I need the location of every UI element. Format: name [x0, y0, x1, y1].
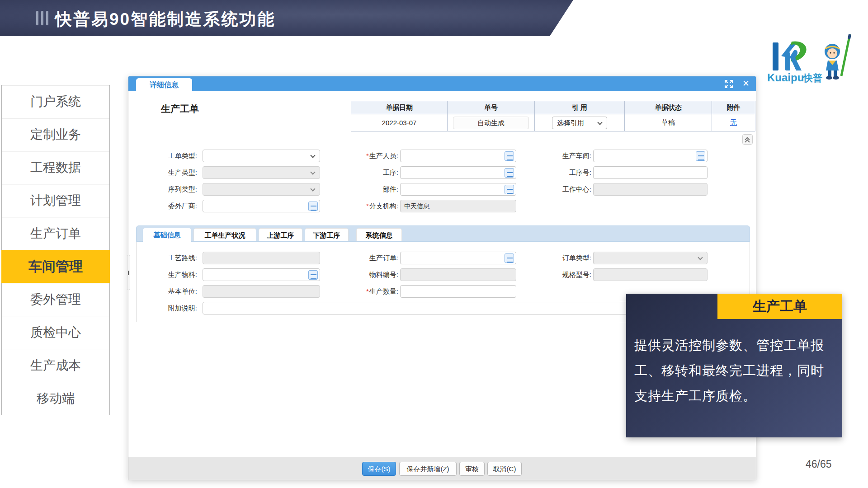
form-title: 生产工单: [161, 103, 199, 115]
sidebar-item-mobile[interactable]: 移动端: [1, 382, 110, 415]
slide-header-band: 快普易90智能制造系统功能: [0, 0, 868, 36]
audit-button[interactable]: 审核: [459, 462, 485, 476]
sidebar-item-workshop-management[interactable]: 车间管理: [1, 250, 110, 283]
tab-work-order-production-status[interactable]: 工单生产状况: [193, 228, 256, 241]
chevron-down-icon: [698, 255, 703, 260]
outsourcing-vendor-input[interactable]: [203, 200, 320, 212]
inner-tab-strip: 基础信息 工单生产状况 上游工序 下游工序 系统信息: [136, 225, 750, 242]
kp-monogram: [773, 41, 807, 70]
slide-title: 快普易90智能制造系统功能: [55, 8, 275, 31]
field-label-production-personnel: *生产人员:: [333, 150, 398, 162]
reference-select[interactable]: 选择引用: [552, 117, 607, 129]
tab-upstream-process[interactable]: 上游工序: [259, 228, 302, 241]
close-icon[interactable]: ✕: [742, 78, 750, 89]
work-center-input: [593, 183, 708, 196]
doc-date-value: 2022-03-07: [382, 119, 417, 127]
doc-col-status: 单据状态: [625, 101, 712, 114]
field-label-component: 部件:: [333, 183, 398, 196]
sidebar-item-plan-management[interactable]: 计划管理: [1, 184, 110, 217]
component-input[interactable]: [400, 183, 516, 196]
title-bars-icon: [36, 11, 48, 25]
field-label-production-qty: *生产数量:: [333, 285, 398, 298]
sidebar-item-portal[interactable]: 门户系统: [1, 85, 110, 118]
production-type-select: [203, 166, 320, 179]
slide-canvas: 快普易90智能制造系统功能 Kuaipu 快普: [0, 0, 868, 488]
chevron-down-icon: [310, 169, 315, 174]
field-label-process-route: 工艺路线:: [132, 252, 197, 264]
logo-text-cn: 快普: [802, 73, 822, 83]
order-type-select: [593, 252, 708, 264]
sidebar-item-quality-center[interactable]: 质检中心: [1, 316, 110, 349]
doc-status-value: 草稿: [661, 118, 675, 127]
dialog-footer: 保存(S) 保存并新增(Z) 审核 取消(C): [128, 457, 756, 480]
reference-select-value: 选择引用: [557, 119, 584, 127]
production-material-input[interactable]: [203, 268, 320, 281]
field-label-material-no: 物料编号:: [333, 268, 398, 281]
doc-table-header-row: 单据日期 单号 引 用 单据状态 附件: [351, 101, 756, 114]
page-number: 46/65: [806, 458, 832, 470]
attachment-link[interactable]: 无: [730, 118, 737, 127]
sequence-type-select: [203, 183, 320, 196]
field-label-order-type: 订单类型:: [525, 252, 591, 264]
field-label-branch-org: *分支机构:: [333, 200, 398, 212]
process-input[interactable]: [400, 166, 516, 179]
required-asterisk: *: [366, 152, 369, 160]
doc-col-attachment: 附件: [712, 101, 755, 114]
field-label-production-type: 生产类型:: [132, 166, 197, 179]
lookup-icon[interactable]: [308, 270, 318, 280]
sidebar-item-outsourcing-management[interactable]: 委外管理: [1, 283, 110, 316]
lookup-icon[interactable]: [505, 253, 514, 263]
required-asterisk: *: [366, 202, 369, 210]
lookup-icon[interactable]: [505, 168, 514, 178]
field-label-production-workshop: 生产车间:: [525, 150, 591, 162]
document-header-table: 单据日期 单号 引 用 单据状态 附件 2022-03-07 自动生成 选择引用…: [351, 101, 756, 131]
required-asterisk: *: [366, 287, 369, 295]
work-order-type-select[interactable]: [203, 150, 320, 162]
field-label-process-no: 工序号:: [525, 166, 591, 179]
field-label-base-unit: 基本单位:: [132, 285, 197, 298]
material-no-input: [400, 268, 516, 281]
chevron-down-icon: [310, 153, 315, 158]
feature-callout: 生产工单 提供灵活控制参数、管控工单报工、移转和最终完工进程，同时支持生产工序质…: [626, 294, 842, 437]
doc-number-value: 自动生成: [453, 117, 529, 129]
lookup-icon[interactable]: [505, 185, 514, 194]
panel-splitter-handle[interactable]: [127, 255, 130, 290]
lookup-icon[interactable]: [696, 151, 705, 161]
callout-title: 生产工单: [717, 294, 842, 319]
save-and-new-button[interactable]: 保存并新增(Z): [399, 462, 457, 476]
logo-text-en: Kuaipu: [767, 71, 804, 84]
sidebar-item-engineering-data[interactable]: 工程数据: [1, 151, 110, 184]
production-order-input[interactable]: [400, 252, 516, 264]
kuaipu-logo: Kuaipu 快普: [766, 33, 857, 86]
field-label-additional-note: 附加说明:: [132, 302, 197, 314]
tab-downstream-process[interactable]: 下游工序: [305, 228, 349, 241]
field-label-sequence-type: 序列类型:: [132, 183, 197, 196]
production-qty-input[interactable]: [400, 285, 516, 298]
tab-detail-info[interactable]: 详细信息: [136, 78, 192, 91]
sidebar-item-production-cost[interactable]: 生产成本: [1, 349, 110, 382]
doc-col-number: 单号: [448, 101, 535, 114]
chevron-down-icon: [310, 186, 315, 191]
field-label-production-order: 生产订单:: [333, 252, 398, 264]
process-no-input[interactable]: [593, 166, 708, 179]
production-workshop-input[interactable]: [593, 150, 708, 162]
sidebar-item-custom-business[interactable]: 定制业务: [1, 118, 110, 151]
field-label-outsourcing-vendor: 委外厂商:: [132, 200, 197, 212]
doc-col-reference: 引 用: [535, 101, 625, 114]
expand-icon[interactable]: [724, 80, 733, 89]
lookup-icon[interactable]: [505, 151, 514, 161]
process-route-input: [203, 252, 320, 264]
doc-col-date: 单据日期: [351, 101, 448, 114]
lookup-icon[interactable]: [308, 202, 318, 211]
tab-basic-info[interactable]: 基础信息: [143, 228, 191, 242]
cancel-button[interactable]: 取消(C): [487, 462, 522, 476]
field-label-process: 工序:: [333, 166, 398, 179]
sidebar-item-production-order[interactable]: 生产订单: [1, 217, 110, 250]
field-label-production-material: 生产物料:: [132, 268, 197, 281]
collapse-header-button[interactable]: [742, 134, 753, 145]
callout-body: 提供灵活控制参数、管控工单报工、移转和最终完工进程，同时支持生产工序质检。: [634, 333, 835, 408]
production-personnel-input[interactable]: [400, 150, 516, 162]
branch-org-input: 中天信息: [400, 200, 516, 212]
save-button[interactable]: 保存(S): [362, 462, 396, 476]
tab-system-info[interactable]: 系统信息: [356, 228, 402, 241]
